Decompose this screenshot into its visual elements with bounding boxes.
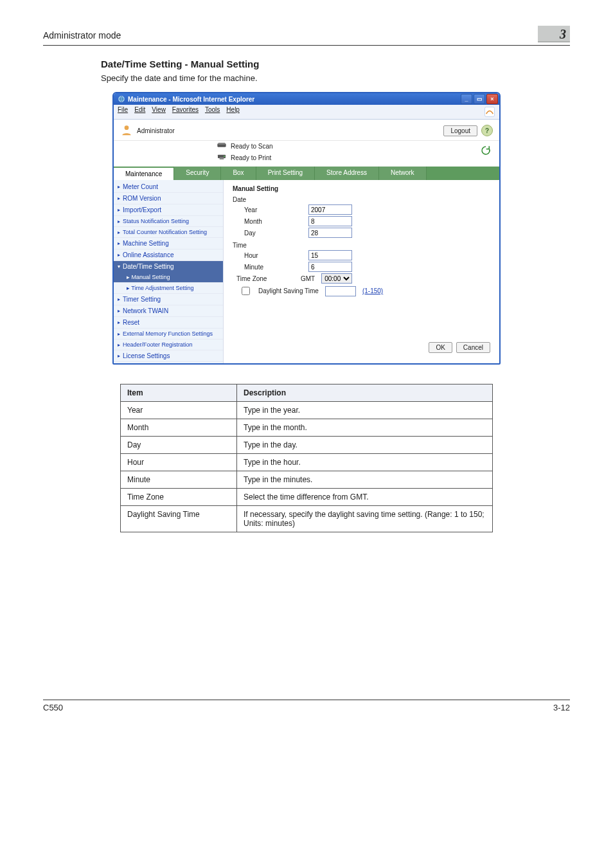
window-minimize-button[interactable]: _ [461,94,472,104]
tab-print-setting[interactable]: Print Setting [256,167,315,180]
tab-store-address[interactable]: Store Address [315,167,379,180]
footer-model: C550 [43,703,63,712]
daylight-input[interactable] [325,286,356,296]
chevron-right-icon: ▸ [118,342,120,348]
minute-input[interactable] [308,262,352,272]
chevron-right-icon: ▸ [118,308,120,314]
section-description: Specify the date and time for the machin… [101,73,570,83]
daylight-label: Daylight Saving Time [258,287,319,294]
sidebar-sub-manual-setting[interactable]: ▸ Manual Setting [114,272,223,283]
ok-button[interactable]: OK [429,342,452,353]
chevron-right-icon: ▸ [118,184,120,190]
sidebar-item-license-settings[interactable]: ▸License Settings [114,350,223,362]
window-titlebar[interactable]: Maintenance - Microsoft Internet Explore… [114,93,499,105]
month-input[interactable] [308,216,352,226]
timezone-select[interactable]: 00:00 [321,273,352,284]
window-title: Maintenance - Microsoft Internet Explore… [128,96,254,103]
sidebar-item-ext-memory[interactable]: ▸External Memory Function Settings [114,329,223,339]
sidebar-item-datetime-setting[interactable]: ▾Date/Time Setting [114,261,223,272]
svg-point-7 [224,156,225,157]
window-close-button[interactable]: × [486,94,498,104]
chapter-badge: 3 [538,26,570,42]
table-head-item: Item [121,384,237,402]
admin-role-label: Administrator [137,127,175,134]
sidebar-item-network-twain[interactable]: ▸Network TWAIN [114,305,223,317]
sidebar-item-reset[interactable]: ▸Reset [114,317,223,329]
printer-icon [217,152,227,163]
minute-label: Minute [233,264,302,271]
sidebar-item-rom-version[interactable]: ▸ROM Version [114,193,223,204]
logout-button[interactable]: Logout [443,125,477,136]
chevron-right-icon: ▸ [118,320,120,325]
menu-help[interactable]: Help [226,106,240,118]
hour-label: Hour [233,252,302,259]
sidebar-item-online-assistance[interactable]: ▸Online Assistance [114,249,223,261]
chevron-right-icon: ▸ [118,353,120,359]
manual-setting-form: Manual Setting Date Year Month Day Time … [224,180,499,363]
sidebar-item-status-notification[interactable]: ▸Status Notification Setting [114,216,223,227]
day-input[interactable] [308,228,352,238]
device-status-area: Ready to Scan Ready to Print [114,141,499,167]
svg-rect-6 [220,158,224,159]
ie-menubar: File Edit View Favorites Tools Help [114,105,499,120]
tab-network[interactable]: Network [379,167,427,180]
admin-user-icon [120,123,133,138]
menu-view[interactable]: View [152,106,166,118]
chevron-right-icon: ▸ [118,296,120,302]
sidebar-item-header-footer[interactable]: ▸Header/Footer Registration [114,339,223,350]
status-print-text: Ready to Print [231,154,271,161]
chevron-right-icon: ▸ [118,195,120,201]
svg-rect-1 [485,107,495,117]
sidebar-item-machine-setting[interactable]: ▸Machine Setting [114,238,223,249]
gmt-prefix: GMT [301,275,315,282]
menu-favorites[interactable]: Favorites [172,106,199,118]
chevron-right-icon: ▸ [118,240,120,246]
chevron-right-icon: ▸ [118,207,120,213]
table-row: DayType in the day. [121,437,493,454]
sidebar-item-import-export[interactable]: ▸Import/Export [114,204,223,216]
ie-window: Maintenance - Microsoft Internet Explore… [112,92,501,365]
scanner-icon [217,141,227,151]
year-label: Year [233,206,302,213]
breadcrumb: Administrator mode [43,30,121,41]
table-row: MinuteType in the minutes. [121,471,493,489]
chevron-right-icon: ▸ [118,331,120,337]
sidebar-item-timer-setting[interactable]: ▸Timer Setting [114,294,223,305]
month-label: Month [233,218,302,225]
year-input[interactable] [308,204,352,215]
status-scan-text: Ready to Scan [231,143,273,150]
chevron-right-icon: ▸ [118,219,120,224]
hour-input[interactable] [308,250,352,260]
table-head-desc: Description [237,384,493,402]
menu-tools[interactable]: Tools [205,106,220,118]
chevron-right-icon: ▸ [118,252,120,258]
svg-rect-4 [218,143,226,145]
tab-box[interactable]: Box [221,167,256,180]
date-section-label: Date [233,196,490,203]
footer-page: 3-12 [553,703,570,712]
help-button[interactable]: ? [481,125,493,136]
daylight-checkbox[interactable] [242,287,250,295]
main-tabs: Maintenance Security Box Print Setting S… [114,167,499,180]
table-row: Daylight Saving TimeIf necessary, specif… [121,506,493,532]
ie-app-icon [118,95,125,103]
cancel-button[interactable]: Cancel [456,342,490,353]
sidebar-item-meter-count[interactable]: ▸Meter Count [114,181,223,193]
table-row: YearType in the year. [121,402,493,419]
refresh-icon[interactable] [480,145,492,156]
table-row: MonthType in the month. [121,419,493,437]
menu-file[interactable]: File [118,106,128,118]
window-maximize-button[interactable]: ▭ [474,94,485,104]
chapter-number: 3 [560,27,566,42]
day-label: Day [233,230,302,237]
table-row: Time ZoneSelect the time difference from… [121,489,493,506]
menu-edit[interactable]: Edit [134,106,145,118]
tab-maintenance[interactable]: Maintenance [114,167,174,180]
sidebar-item-total-counter-notification[interactable]: ▸Total Counter Notification Setting [114,227,223,238]
description-table: Item Description YearType in the year. M… [120,384,493,532]
time-section-label: Time [233,242,490,249]
svg-point-2 [125,125,129,130]
tab-security[interactable]: Security [174,167,221,180]
admin-header: Administrator Logout ? [114,120,499,141]
sidebar-sub-time-adjustment[interactable]: ▸ Time Adjustment Setting [114,283,223,294]
